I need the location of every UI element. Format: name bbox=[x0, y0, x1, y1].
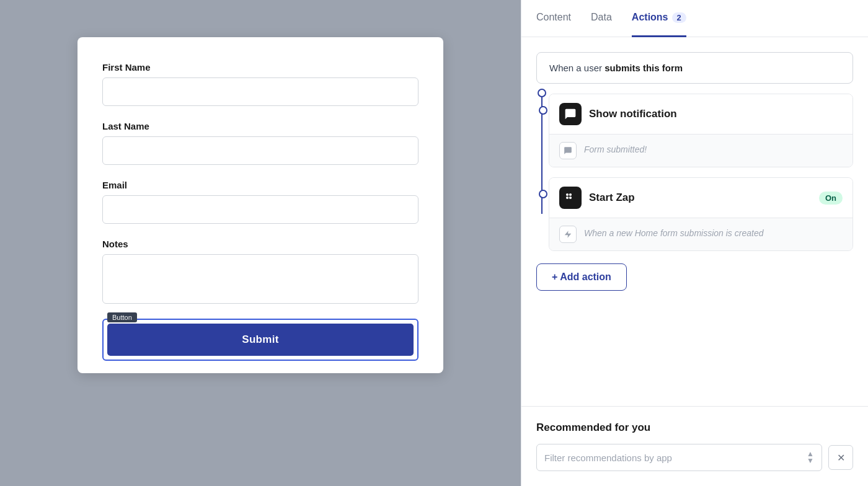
filter-row: Filter recommendations by app ▲ ▼ ✕ bbox=[536, 444, 853, 471]
filter-input-wrapper[interactable]: Filter recommendations by app ▲ ▼ bbox=[536, 444, 822, 471]
svg-point-3 bbox=[569, 197, 572, 199]
start-zap-detail: When a new Home form submission is creat… bbox=[549, 218, 852, 250]
add-action-button[interactable]: + Add action bbox=[536, 263, 627, 291]
recommended-title: Recommended for you bbox=[536, 422, 853, 434]
action-node-show-notification: Show notification Form submitted! bbox=[549, 94, 853, 167]
chevrons-icon: ▲ ▼ bbox=[807, 451, 814, 464]
tab-actions[interactable]: Actions 2 bbox=[632, 0, 686, 37]
last-name-field: Last Name bbox=[102, 121, 418, 165]
notification-detail-icon bbox=[559, 142, 577, 159]
action-header-1: Show notification bbox=[549, 94, 852, 134]
submit-button-wrapper: Button Submit bbox=[102, 319, 418, 361]
start-zap-icon bbox=[559, 187, 582, 209]
start-zap-title: Start Zap bbox=[589, 192, 812, 204]
email-input bbox=[102, 195, 418, 224]
notes-field: Notes bbox=[102, 239, 418, 304]
tabs-header: Content Data Actions 2 bbox=[521, 0, 868, 37]
first-name-label: First Name bbox=[102, 62, 418, 73]
show-notification-title: Show notification bbox=[589, 108, 843, 120]
zap-detail-text: When a new Home form submission is creat… bbox=[584, 226, 763, 238]
first-name-input bbox=[102, 77, 418, 106]
tab-actions-label: Actions bbox=[632, 12, 668, 23]
action-header-2: Start Zap On bbox=[549, 178, 852, 218]
filter-placeholder-text: Filter recommendations by app bbox=[544, 453, 672, 463]
start-zap-status-badge: On bbox=[819, 192, 843, 205]
svg-point-1 bbox=[566, 197, 569, 199]
show-notification-detail: Form submitted! bbox=[549, 134, 852, 167]
actions-badge: 2 bbox=[672, 12, 686, 23]
last-name-label: Last Name bbox=[102, 121, 418, 131]
email-label: Email bbox=[102, 180, 418, 190]
tab-content[interactable]: Content bbox=[536, 0, 571, 37]
trigger-box: When a user submits this form bbox=[536, 52, 853, 84]
form-container: First Name Last Name Email Notes Button … bbox=[78, 37, 443, 373]
action-dot-2 bbox=[539, 190, 547, 198]
actions-content: When a user submits this form Show notif… bbox=[521, 37, 868, 406]
button-tag: Button bbox=[107, 312, 137, 322]
action-node-start-zap: Start Zap On When a new Home form submis… bbox=[549, 177, 853, 251]
action-dot-1 bbox=[539, 106, 547, 115]
form-preview-panel: First Name Last Name Email Notes Button … bbox=[0, 0, 521, 486]
submit-button[interactable]: Submit bbox=[107, 324, 414, 356]
email-field: Email bbox=[102, 180, 418, 224]
last-name-input bbox=[102, 136, 418, 165]
trigger-bold: submits this form bbox=[604, 63, 683, 73]
close-icon: ✕ bbox=[837, 452, 845, 464]
zap-detail-icon bbox=[559, 226, 577, 243]
action-card-start-zap[interactable]: Start Zap On When a new Home form submis… bbox=[549, 177, 853, 251]
filter-clear-button[interactable]: ✕ bbox=[828, 445, 853, 470]
svg-point-0 bbox=[566, 193, 569, 196]
notes-textarea bbox=[102, 254, 418, 304]
flow-container: Show notification Form submitted! bbox=[536, 94, 853, 251]
right-panel: Content Data Actions 2 When a user submi… bbox=[521, 0, 868, 486]
show-notification-icon bbox=[559, 103, 582, 125]
first-name-field: First Name bbox=[102, 62, 418, 106]
svg-point-2 bbox=[569, 193, 572, 196]
tab-data[interactable]: Data bbox=[591, 0, 612, 37]
notification-detail-text: Form submitted! bbox=[584, 142, 647, 154]
recommended-section: Recommended for you Filter recommendatio… bbox=[521, 406, 868, 486]
notes-label: Notes bbox=[102, 239, 418, 249]
trigger-prefix: When a user bbox=[549, 63, 604, 73]
action-card-show-notification[interactable]: Show notification Form submitted! bbox=[549, 94, 853, 167]
trigger-dot bbox=[538, 89, 546, 97]
